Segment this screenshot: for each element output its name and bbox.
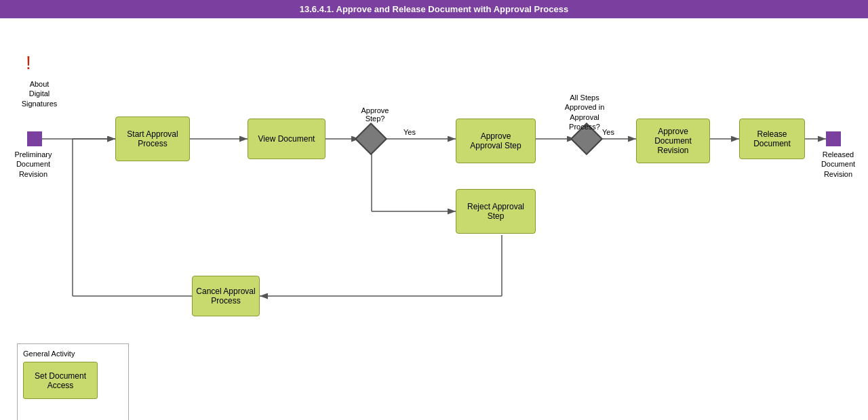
diagram-title: 13.6.4.1. Approve and Release Document w…	[300, 4, 568, 14]
preliminary-event	[27, 131, 42, 146]
approve-doc-revision-box[interactable]: ApproveDocumentRevision	[636, 119, 710, 163]
legend-title: General Activity	[23, 350, 123, 358]
diagram-area: Yes Yes ! AboutDigitalSignatures Pr	[0, 18, 868, 420]
warning-label: AboutDigitalSignatures	[12, 79, 66, 108]
release-document-box[interactable]: ReleaseDocument	[739, 119, 805, 159]
preliminary-label: PreliminaryDocumentRevision	[3, 150, 64, 179]
approve-approval-step-box[interactable]: ApproveApproval Step	[456, 119, 536, 163]
svg-text:Yes: Yes	[403, 128, 416, 136]
start-approval-box[interactable]: Start ApprovalProcess	[115, 117, 190, 161]
gateway1-label: ApproveStep?	[351, 106, 399, 123]
gateway2-label: All StepsApproved inApprovalProcess?	[557, 93, 612, 131]
reject-approval-step-box[interactable]: Reject ApprovalStep	[456, 189, 536, 234]
cancel-approval-box[interactable]: Cancel ApprovalProcess	[192, 276, 260, 316]
arrows-layer: Yes Yes	[0, 18, 868, 420]
legend-item: Set DocumentAccess	[23, 362, 98, 399]
view-document-box[interactable]: View Document	[248, 119, 326, 159]
warning-icon: !	[26, 52, 31, 74]
legend-box: General Activity Set DocumentAccess	[17, 343, 129, 420]
title-bar: 13.6.4.1. Approve and Release Document w…	[0, 0, 868, 18]
released-event	[826, 131, 841, 146]
gateway1	[355, 123, 387, 155]
released-label: ReleasedDocumentRevision	[811, 150, 865, 179]
